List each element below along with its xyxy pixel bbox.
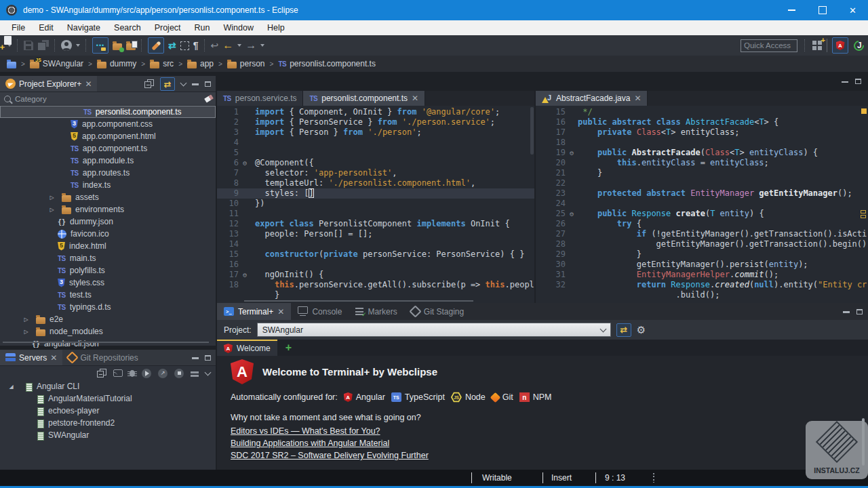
tree-item[interactable]: typings.d.ts: [0, 301, 216, 313]
code-line[interactable]: 32 return Response.created(null).entity(…: [536, 280, 868, 290]
code-line[interactable]: 18 this.personService.getAll().subscribe…: [217, 280, 534, 290]
menu-run[interactable]: Run: [188, 22, 217, 34]
code-line[interactable]: 20 this.entityClass = entityClass;: [536, 158, 868, 168]
import-icon[interactable]: [113, 43, 122, 50]
editor-tab-AbstractFacade-java[interactable]: AbstractFacade.java✕: [536, 91, 648, 106]
stop-icon[interactable]: [174, 369, 184, 378]
code-line[interactable]: 17 private Class<T> entityClass;: [536, 127, 868, 138]
view-menu-icon[interactable]: [205, 369, 212, 376]
code-line[interactable]: 10}): [217, 199, 534, 209]
code-line[interactable]: 23 protected abstract EntityManager getE…: [536, 188, 868, 199]
clear-filter-icon[interactable]: [204, 94, 214, 102]
expand-arrow-icon[interactable]: ▷: [46, 207, 58, 213]
minimize-icon[interactable]: [192, 83, 199, 85]
explorer-hscrollbar[interactable]: [3, 342, 209, 343]
maximize-icon[interactable]: [856, 309, 863, 314]
close-icon[interactable]: ✕: [85, 80, 92, 88]
overview-marker[interactable]: [861, 215, 866, 218]
profile-icon[interactable]: [158, 369, 167, 378]
account-dropdown-icon[interactable]: [76, 44, 80, 47]
code-area[interactable]: 15 */16public abstract class AbstractFac…: [536, 106, 868, 303]
server-item[interactable]: petstore-frontend2: [0, 417, 216, 429]
code-line[interactable]: 3import { Person } from './person';: [217, 127, 534, 138]
maximize-icon[interactable]: [205, 81, 211, 87]
publish-icon[interactable]: [191, 369, 199, 377]
tab-project-explorer[interactable]: Project Explorer+ ✕: [0, 76, 97, 92]
tree-item[interactable]: personlist.component.ts: [0, 106, 216, 118]
tab-servers[interactable]: Servers✕: [0, 350, 62, 365]
tree-item[interactable]: app.component.ts: [0, 142, 216, 155]
code-line[interactable]: 6⊖@Component({: [217, 158, 534, 168]
sync-project-button[interactable]: [616, 323, 631, 337]
collapse-all-icon[interactable]: [144, 79, 154, 88]
new-terminal-button[interactable]: +: [277, 340, 300, 356]
code-line[interactable]: 24: [536, 199, 868, 209]
minimize-button[interactable]: [776, 0, 807, 20]
code-line[interactable]: 4: [217, 138, 534, 148]
editor-hscrollbar[interactable]: [244, 300, 473, 302]
tab-markers[interactable]: Markers: [349, 303, 403, 320]
code-area[interactable]: 1import { Component, OnInit } from '@ang…: [217, 106, 534, 303]
start-icon[interactable]: [142, 369, 151, 378]
code-line[interactable]: 19⊖ public AbstractFacade(Class<T> entit…: [536, 148, 868, 158]
account-icon[interactable]: [61, 40, 72, 51]
menu-file[interactable]: File: [5, 22, 32, 34]
welcome-link[interactable]: SDC 2017 SR2 – Software Delivery Evolvin…: [231, 451, 429, 460]
tree-item[interactable]: index.ts: [0, 179, 216, 191]
fold-marker-icon[interactable]: ⊖: [240, 158, 250, 168]
code-line[interactable]: 17⊖ ngOnInit() {: [217, 270, 534, 280]
tree-item[interactable]: app.module.ts: [0, 155, 216, 167]
tree-item[interactable]: dummy.json: [0, 216, 216, 228]
tab-terminal[interactable]: Terminal+✕: [217, 303, 291, 320]
menu-navigate[interactable]: Navigate: [60, 22, 107, 34]
close-icon[interactable]: ✕: [634, 94, 641, 102]
forward-dropdown-icon[interactable]: [260, 44, 264, 47]
editor-tab-personlist-component-ts[interactable]: personlist.component.ts✕: [303, 91, 425, 106]
fold-marker-icon[interactable]: ⊖: [567, 209, 576, 219]
tree-item[interactable]: styles.css: [0, 277, 216, 289]
tree-item[interactable]: angular-cli.json: [0, 338, 216, 350]
debug-icon[interactable]: [130, 370, 135, 377]
tree-item[interactable]: app.component.html: [0, 130, 216, 142]
tree-item[interactable]: ▷environments: [0, 203, 216, 216]
code-line[interactable]: }: [217, 290, 534, 300]
menu-help[interactable]: Help: [260, 22, 292, 34]
block-selection-icon[interactable]: [180, 41, 189, 50]
maximize-button[interactable]: [807, 0, 837, 20]
code-line[interactable]: 15 */: [536, 107, 868, 117]
code-line[interactable]: 13 people: Person[] = [];: [217, 229, 534, 239]
code-line[interactable]: 28 getEntityManager().getTransaction().b…: [536, 239, 868, 249]
code-line[interactable]: .build();: [536, 290, 868, 300]
code-line[interactable]: 5: [217, 148, 534, 158]
tree-item[interactable]: test.ts: [0, 289, 216, 301]
close-icon[interactable]: ✕: [50, 354, 57, 362]
expand-arrow-icon[interactable]: ▷: [20, 329, 32, 335]
tree-item[interactable]: ▷e2e: [0, 313, 216, 325]
tree-item[interactable]: ▷node_modules: [0, 325, 216, 338]
tree-item[interactable]: polyfills.ts: [0, 264, 216, 277]
close-icon[interactable]: ✕: [277, 308, 284, 316]
save-icon[interactable]: [24, 41, 33, 50]
server-item[interactable]: echoes-player: [0, 405, 216, 417]
server-item[interactable]: SWAngular: [0, 429, 216, 441]
save-all-icon[interactable]: [37, 40, 49, 51]
tree-item[interactable]: app.routes.ts: [0, 167, 216, 179]
java-perspective-button[interactable]: [853, 40, 865, 52]
minimize-icon[interactable]: [842, 81, 848, 83]
code-line[interactable]: 2import { PersonService } from './person…: [217, 117, 534, 127]
devstyle-theme-button[interactable]: [148, 37, 164, 54]
open-terminal-button[interactable]: [92, 37, 108, 54]
code-line[interactable]: 12export class PersonlistComponent imple…: [217, 219, 534, 229]
overview-marker[interactable]: [861, 108, 867, 114]
code-line[interactable]: 1import { Component, OnInit } from '@ang…: [217, 107, 534, 117]
expand-arrow-icon[interactable]: ◢: [5, 384, 17, 390]
forward-icon[interactable]: →: [245, 40, 256, 51]
code-line[interactable]: 26 try {: [536, 219, 868, 229]
code-line[interactable]: 15 constructor(private personService: Pe…: [217, 249, 534, 260]
tab-git-repositories[interactable]: Git Repositories: [62, 350, 143, 365]
code-line[interactable]: 14: [217, 239, 534, 249]
remote-server-icon[interactable]: [113, 369, 123, 377]
overview-marker[interactable]: [861, 210, 866, 214]
link-with-editor-button[interactable]: [160, 77, 175, 91]
code-line[interactable]: 8 templateUrl: './personlist.component.h…: [217, 178, 534, 188]
